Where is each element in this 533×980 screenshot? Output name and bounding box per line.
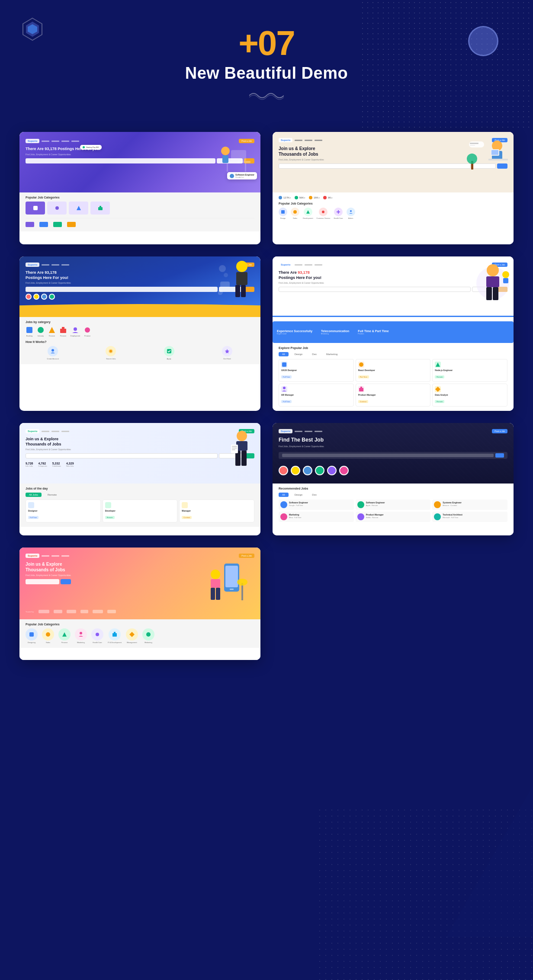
svg-point-60: [359, 362, 363, 367]
demo6-tab-design[interactable]: Design: [291, 493, 306, 497]
demo5-search-input[interactable]: [26, 453, 218, 458]
demo6-nav-link-3: [315, 431, 322, 432]
demo7-hero-left: Join us & ExploreThousands of Jobs Find …: [26, 561, 71, 606]
demo-card-7[interactable]: Superio Post a Job Join us & ExploreThou…: [19, 548, 260, 660]
demo-card-5[interactable]: Superio Post a Job Join us & ExploreThou…: [19, 423, 260, 535]
demo-card-2[interactable]: Superio Post a Job Join us & ExploreThou…: [273, 132, 514, 244]
demo6-tab-dev[interactable]: Dev: [308, 493, 320, 497]
demo2-search-input[interactable]: [279, 163, 471, 169]
demo-card-6[interactable]: Superio Post a Job Find The Best Job Fin…: [273, 423, 514, 535]
demo5-nav-link-1: [42, 431, 49, 432]
demo1-hero: Superio Post a Job There Are 93,178 Post…: [19, 132, 260, 192]
demo6-avatar-4: [315, 466, 324, 475]
stat-1: 9,726 Live Jobs: [26, 462, 33, 467]
svg-rect-33: [236, 272, 247, 285]
cat-icon-cs: Customer Service: [317, 208, 331, 219]
cat-card-3: [69, 202, 88, 215]
demo5-tab-all[interactable]: All Jobs: [26, 493, 42, 497]
stat-item-4: 9K+: [323, 196, 333, 199]
demo5-nav-links: [42, 431, 237, 432]
tab-marketing[interactable]: Marketing: [323, 352, 341, 356]
demo5-tab-new[interactable]: Remote: [44, 493, 60, 497]
svg-rect-83: [29, 632, 34, 637]
demo6-search-btn[interactable]: [495, 453, 504, 458]
demo6-avatar-5: [327, 466, 337, 475]
stat-4: 4,329 New Jobs: [66, 462, 74, 467]
cat-icon-sales: Sales: [291, 208, 299, 219]
demo-card-3[interactable]: Superio Post a Job There Are 93,178Posti…: [19, 256, 260, 411]
rec-job-5: Product Manager Netflix · Remote: [356, 512, 431, 522]
rec-job-6-info: Technical Architect Microsoft · Full Tim…: [443, 513, 506, 519]
logo-2: [39, 222, 48, 227]
cat-icon-dev: Development: [303, 208, 313, 219]
cat-card-4: [90, 202, 110, 215]
demo1-search-input[interactable]: [26, 158, 215, 163]
svg-rect-46: [85, 327, 90, 333]
demo4-browser: Superio Post a Job There Are 93,178Posti…: [273, 256, 514, 411]
svg-point-62: [283, 387, 286, 389]
demo3-nav-link-1: [42, 264, 49, 266]
nav-link-2: [51, 141, 59, 142]
svg-rect-14: [100, 206, 101, 208]
svg-rect-9: [222, 155, 228, 163]
demo2-illustration: [467, 137, 510, 176]
demo3-search-input[interactable]: [26, 287, 218, 292]
page-title: New Beautiful Demo: [9, 64, 524, 83]
tab-all[interactable]: All: [279, 352, 289, 356]
svg-marker-27: [306, 210, 310, 214]
demo4-accent-bar: Experience Successfully Expert Level Tel…: [273, 321, 514, 343]
logo-hex: [22, 17, 43, 43]
svg-rect-19: [491, 150, 498, 155]
job-card-1: UI/UX Designer Full Time: [279, 359, 354, 382]
svg-rect-23: [470, 143, 478, 144]
demo2-logo: Superio: [279, 138, 292, 142]
demo5-bottom: Jobs of the day All Jobs Remote Designer…: [19, 484, 260, 527]
svg-rect-78: [211, 579, 220, 588]
svg-marker-65: [435, 387, 440, 392]
demo4-nav-links: [295, 264, 490, 266]
demo6-search-row: [279, 452, 507, 459]
demo3-nav-link-3: [61, 264, 69, 266]
demo5-job-2: Developer Remote: [103, 500, 178, 522]
demo5-section-title: Jobs of the day: [26, 487, 254, 490]
tab-dev[interactable]: Dev: [308, 352, 320, 356]
demo7-cat-5: Health Care: [91, 628, 103, 644]
cat-icon-health: Health Care: [334, 208, 343, 219]
svg-rect-40: [26, 327, 32, 333]
demo7-search-btn[interactable]: [61, 579, 71, 584]
demo-card-4[interactable]: Superio Post a Job There Are 93,178Posti…: [273, 256, 514, 411]
job-card-4: HR Manager Full Time: [279, 384, 354, 407]
demo4-search-input[interactable]: [279, 287, 471, 292]
svg-point-53: [487, 264, 499, 276]
cat-icon-admin: Admin: [347, 208, 355, 219]
demo7-nav-btn[interactable]: Post a Job: [239, 554, 254, 558]
job-card-5: Product Manager Contract: [356, 384, 431, 407]
tab-design[interactable]: Design: [291, 352, 306, 356]
svg-point-37: [224, 273, 228, 277]
logo-3: [53, 222, 62, 227]
demo1-bottom: Popular Job Categories: [19, 192, 260, 231]
demo7-cat-8: Marketing: [142, 628, 154, 644]
demo-card-1[interactable]: Superio Post a Job There Are 93,178 Post…: [19, 132, 260, 244]
svg-point-82: [237, 579, 247, 586]
demo6-search-input[interactable]: [282, 454, 494, 457]
demo5-job-cards: Designer Full Time Developer Remote Mana…: [26, 500, 254, 522]
stat-item-2: 56K+: [295, 196, 305, 199]
demo5-nav-link-2: [51, 431, 59, 432]
demo6-browser: Superio Post a Job Find The Best Job Fin…: [273, 423, 514, 535]
svg-rect-88: [112, 633, 117, 637]
demo7-nav-link-2: [51, 555, 59, 557]
svg-rect-64: [360, 387, 362, 388]
demo5-job-3: Manager Contract: [179, 500, 254, 522]
demo4-section-title: Explore Popular Job: [279, 346, 507, 349]
demo5-tabs: All Jobs Remote: [26, 493, 254, 497]
demo6-tab-all[interactable]: All: [279, 493, 289, 497]
demo6-nav-btn[interactable]: Post a Job: [492, 429, 507, 433]
demo1-badge-1: Starting Pay $10: [80, 145, 102, 150]
svg-point-11: [55, 206, 59, 210]
how-works-3: Apply: [142, 346, 196, 360]
demo3-how-title: How It Works?: [26, 340, 254, 343]
demo7-search-input[interactable]: [26, 579, 59, 584]
how-works-1: Create Account: [26, 346, 80, 360]
svg-marker-90: [129, 632, 135, 637]
